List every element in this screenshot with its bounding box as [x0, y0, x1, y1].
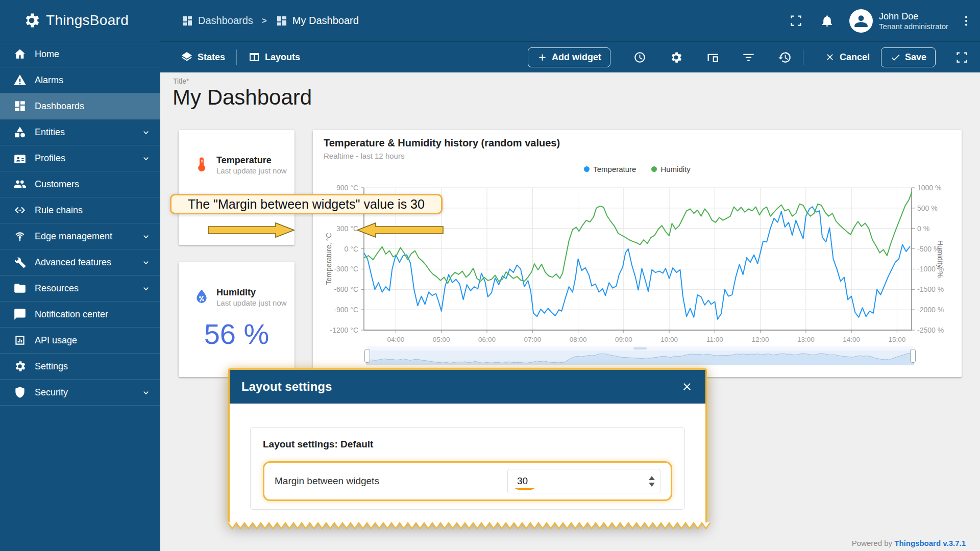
states-label: States — [198, 52, 225, 63]
version-link[interactable]: Thingsboard v.3.7.1 — [894, 539, 966, 547]
svg-text:Temperature, °C: Temperature, °C — [325, 233, 333, 285]
chevron-down-icon — [141, 153, 151, 163]
chevron-down-icon — [141, 387, 151, 397]
layout-settings-card: Layout settings: Default Margin between … — [250, 427, 685, 510]
sidebar: ThingsBoard HomeAlarmsDashboardsEntities… — [0, 0, 160, 551]
margin-annotation: The "Margin between widgets" value is 30 — [170, 194, 443, 214]
humidity-widget: Humidity Last update just now 56 % — [179, 262, 295, 377]
filters-icon[interactable] — [742, 51, 755, 64]
stepper-down-icon[interactable] — [649, 483, 655, 487]
sidebar-item-dashboards[interactable]: Dashboards — [0, 93, 160, 119]
sidebar-item-entities[interactable]: Entities — [0, 119, 160, 145]
svg-text:10:00: 10:00 — [660, 336, 678, 343]
cancel-label: Cancel — [840, 52, 870, 63]
add-widget-button[interactable]: Add widget — [528, 47, 610, 67]
sidebar-item-label: Alarms — [35, 75, 151, 86]
chart-navigator[interactable] — [366, 346, 914, 365]
number-stepper — [649, 476, 655, 487]
badge-icon — [13, 152, 27, 165]
dialog-close-icon[interactable] — [681, 381, 693, 393]
dashboard-toolbar: States Layouts Add widget — [160, 41, 980, 72]
breadcrumb-dashboards[interactable]: Dashboards — [198, 15, 253, 27]
chevron-down-icon — [141, 127, 151, 137]
version-history-icon[interactable] — [778, 51, 792, 64]
sidebar-item-settings[interactable]: Settings — [0, 354, 160, 380]
svg-text:-1200 °C: -1200 °C — [330, 326, 358, 334]
thingsboard-logo-icon — [22, 11, 41, 30]
top-header: Dashboards > My Dashboard John Doe Tenan… — [160, 0, 980, 41]
user-name: John Doe — [879, 11, 948, 22]
code-icon — [13, 204, 27, 217]
margin-input[interactable]: 30 — [507, 469, 660, 493]
value-highlight-underline — [515, 486, 534, 490]
save-button[interactable]: Save — [881, 47, 936, 67]
svg-text:1000 %: 1000 % — [917, 184, 941, 192]
app-logo[interactable]: ThingsBoard — [0, 0, 160, 41]
sidebar-item-label: Edge management — [35, 231, 141, 242]
svg-text:05:00: 05:00 — [433, 336, 450, 343]
more-options-icon[interactable] — [960, 14, 973, 28]
antenna-icon — [13, 230, 27, 243]
dashboard-settings-gear-icon[interactable] — [669, 51, 683, 64]
sidebar-item-label: Profiles — [35, 153, 141, 164]
avatar[interactable] — [849, 9, 873, 33]
person-icon — [852, 12, 870, 30]
user-role: Tenant administrator — [879, 22, 948, 31]
states-button[interactable]: States — [181, 51, 225, 63]
sidebar-item-home[interactable]: Home — [0, 41, 160, 67]
sidebar-item-rule-chains[interactable]: Rule chains — [0, 197, 160, 223]
build-icon — [13, 256, 27, 269]
thingsboard-app: ThingsBoard HomeAlarmsDashboardsEntities… — [0, 0, 980, 551]
check-icon — [890, 52, 901, 63]
sidebar-item-label: Entities — [35, 127, 141, 138]
sidebar-item-label: Dashboards — [35, 101, 151, 112]
svg-text:12:00: 12:00 — [752, 336, 769, 343]
save-label: Save — [905, 52, 926, 63]
history-chart-widget: Temperature & Humidity history (random v… — [313, 130, 962, 377]
powered-by-text: Powered by — [852, 539, 894, 547]
timewindow-clock-icon[interactable] — [633, 51, 647, 64]
entity-aliases-devices-icon[interactable] — [705, 51, 719, 64]
thermometer-icon — [193, 156, 210, 173]
dialog-body: Layout settings: Default Margin between … — [230, 404, 705, 523]
layout-settings-section-title: Layout settings: Default — [263, 439, 672, 450]
add-widget-label: Add widget — [552, 52, 601, 63]
breadcrumb: Dashboards > My Dashboard — [181, 15, 359, 27]
chevron-down-icon — [141, 257, 151, 267]
layouts-button[interactable]: Layouts — [248, 51, 300, 63]
timeseries-chart: 04:0005:0006:0007:0008:0009:0010:0011:00… — [313, 130, 962, 377]
svg-text:04:00: 04:00 — [387, 336, 405, 343]
sidebar-item-edge-management[interactable]: Edge management — [0, 223, 160, 249]
sidebar-item-profiles[interactable]: Profiles — [0, 145, 160, 171]
close-icon — [825, 52, 835, 62]
sidebar-item-security[interactable]: Security — [0, 380, 160, 406]
sidebar-item-resources[interactable]: Resources — [0, 276, 160, 302]
toolbar-divider — [236, 49, 237, 65]
sidebar-item-label: Settings — [35, 361, 151, 372]
svg-text:-1500 %: -1500 % — [917, 285, 944, 293]
sidebar-item-api-usage[interactable]: API usage — [0, 328, 160, 354]
layouts-icon — [248, 51, 260, 63]
stepper-up-icon[interactable] — [649, 476, 655, 480]
people-icon — [13, 178, 27, 191]
sidebar-item-alarms[interactable]: Alarms — [0, 67, 160, 93]
notifications-bell-icon[interactable] — [820, 14, 834, 28]
navigator-left-handle[interactable] — [364, 349, 370, 363]
sidebar-item-label: Advanced features — [35, 257, 141, 268]
cancel-button[interactable]: Cancel — [825, 52, 870, 63]
api-icon — [13, 334, 27, 347]
sidebar-item-customers[interactable]: Customers — [0, 171, 160, 197]
svg-text:15:00: 15:00 — [889, 336, 906, 343]
user-menu[interactable]: John Doe Tenant administrator — [879, 11, 948, 31]
sidebar-item-advanced-features[interactable]: Advanced features — [0, 249, 160, 276]
svg-text:-2500 %: -2500 % — [917, 326, 944, 334]
chevron-down-icon — [141, 283, 151, 293]
layouts-label: Layouts — [265, 52, 300, 63]
temperature-widget-subtitle: Last update just now — [216, 166, 287, 176]
navigator-right-handle[interactable] — [910, 349, 916, 363]
category-icon — [13, 126, 27, 139]
layout-settings-dialog: Layout settings Layout settings: Default… — [228, 368, 707, 523]
expand-fullscreen-icon[interactable] — [955, 51, 969, 64]
fullscreen-icon[interactable] — [789, 14, 803, 28]
sidebar-item-notification-center[interactable]: Notification center — [0, 302, 160, 328]
